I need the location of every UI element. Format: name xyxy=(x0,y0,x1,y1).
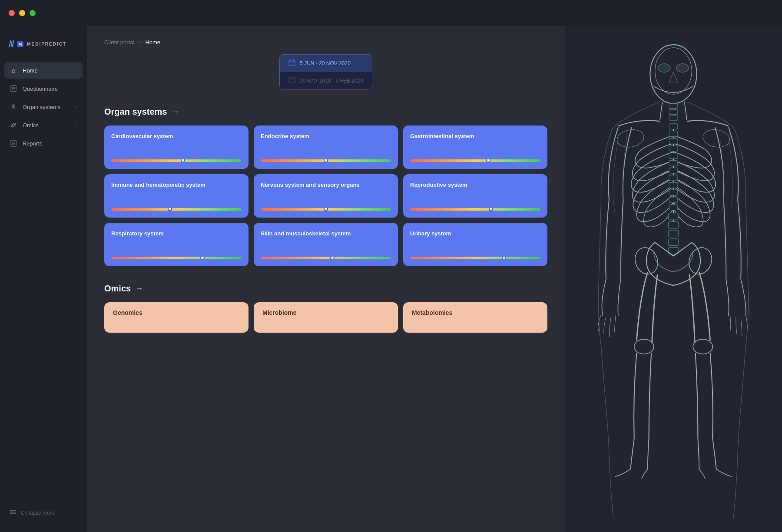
date-range-inactive[interactable]: 29 MAY 2018 - 5 FEB 2020 xyxy=(280,72,372,89)
progress-endocrine xyxy=(261,159,391,162)
svg-point-4 xyxy=(13,104,14,106)
organ-card-reproductive[interactable]: Reproductive system xyxy=(403,174,547,218)
progress-respiratory xyxy=(111,257,242,259)
omics-card-title-genomics: Genomics xyxy=(113,309,142,316)
home-icon: ⌂ xyxy=(10,66,17,74)
svg-rect-38 xyxy=(669,138,678,144)
svg-rect-49 xyxy=(669,221,679,228)
omics-label: Omics xyxy=(104,284,131,294)
organ-card-skin[interactable]: Skin and musculoskeletal system xyxy=(254,223,398,266)
calendar-icon-inactive xyxy=(288,76,295,85)
sidebar-item-label-reports: Reports xyxy=(23,140,43,147)
breadcrumb-client-portal[interactable]: Client portal xyxy=(104,39,134,46)
svg-rect-51 xyxy=(669,238,679,245)
omics-card-microbiome[interactable]: Microbiome xyxy=(254,302,398,333)
progress-cardiovascular xyxy=(111,159,242,162)
progress-urinary xyxy=(410,257,540,259)
date-range-active[interactable]: 5 JUN - 20 NOV 2020 xyxy=(280,55,372,72)
svg-rect-30 xyxy=(669,103,678,108)
organ-card-title-respiratory: Respiratory system xyxy=(111,230,242,238)
omics-arrow[interactable]: → xyxy=(135,284,143,293)
sidebar-item-label-omics: Omics xyxy=(23,122,39,129)
organ-card-title-cardiovascular: Cardiovascular system xyxy=(111,132,242,140)
organ-card-title-gastrointestinal: Gastrointestinal system xyxy=(410,132,540,140)
omics-grid: Genomics Microbiome Metabolomics xyxy=(104,302,547,333)
logo-text: MEDIPREDICT xyxy=(27,42,66,46)
svg-rect-16 xyxy=(10,512,16,512)
svg-rect-40 xyxy=(669,153,678,159)
breadcrumb-current: Home xyxy=(145,39,160,46)
logo-box: M xyxy=(17,41,24,47)
main-content: Client portal → Home 5 JUN - 20 NOV 20 xyxy=(87,26,565,532)
organ-card-immune[interactable]: Immune and hematopoietic system xyxy=(104,174,249,218)
date-range-active-label: 5 JUN - 20 NOV 2020 xyxy=(300,60,351,66)
organ-systems-icon xyxy=(10,103,17,111)
sidebar-item-questionnaire[interactable]: Questionnaire xyxy=(4,80,83,97)
organ-systems-arrow[interactable]: → xyxy=(172,107,179,116)
organ-card-endocrine[interactable]: Endocrine system xyxy=(254,126,398,169)
chevron-icon-organ-systems: ‹ xyxy=(76,105,77,109)
nav-items: ⌂ Home Questionnaire xyxy=(0,62,87,502)
sidebar-item-omics[interactable]: Omics ‹ xyxy=(4,117,83,133)
svg-point-56 xyxy=(693,339,712,354)
titlebar xyxy=(0,0,782,26)
svg-rect-44 xyxy=(669,182,678,188)
organ-systems-section-title: Organ systems → xyxy=(104,107,547,117)
svg-rect-45 xyxy=(669,190,678,195)
svg-rect-36 xyxy=(669,123,678,129)
sidebar-item-reports[interactable]: Reports xyxy=(4,135,83,152)
body-xray-image xyxy=(582,40,765,518)
progress-immune xyxy=(111,208,242,211)
app-layout: /\/ M MEDIPREDICT ⌂ Home Questionnaire xyxy=(0,26,782,532)
svg-point-29 xyxy=(676,63,689,72)
progress-gastrointestinal xyxy=(410,159,540,162)
organ-card-respiratory[interactable]: Respiratory system xyxy=(104,223,249,266)
body-panel xyxy=(565,26,782,532)
svg-rect-43 xyxy=(669,175,678,181)
minimize-button[interactable] xyxy=(19,10,25,16)
collapse-menu-button[interactable]: Collapse menu xyxy=(0,502,87,523)
collapse-menu-label: Collapse menu xyxy=(21,510,56,516)
breadcrumb-arrow: → xyxy=(137,39,142,46)
organ-card-title-immune: Immune and hematopoietic system xyxy=(111,181,242,189)
svg-rect-32 xyxy=(669,116,678,120)
logo-area: /\/ M MEDIPREDICT xyxy=(0,35,87,62)
progress-reproductive xyxy=(410,208,540,211)
svg-rect-48 xyxy=(669,213,679,220)
omics-card-genomics[interactable]: Genomics xyxy=(104,302,249,333)
progress-skin xyxy=(261,257,391,259)
organ-systems-grid: Cardiovascular system Endocrine system xyxy=(104,126,547,266)
sidebar-item-home[interactable]: ⌂ Home xyxy=(4,62,83,79)
svg-rect-15 xyxy=(10,510,16,511)
close-button[interactable] xyxy=(9,10,15,16)
svg-rect-18 xyxy=(289,60,295,66)
date-range-container: 5 JUN - 20 NOV 2020 29 MAY 2018 - 5 FEB … xyxy=(104,54,547,89)
logo-symbol: /\/ xyxy=(9,39,13,49)
svg-rect-42 xyxy=(669,168,678,173)
svg-rect-41 xyxy=(669,160,678,166)
svg-point-55 xyxy=(634,339,654,354)
svg-rect-47 xyxy=(669,204,678,210)
organ-card-gastrointestinal[interactable]: Gastrointestinal system xyxy=(403,126,547,169)
organ-card-title-endocrine: Endocrine system xyxy=(261,132,391,140)
svg-point-26 xyxy=(650,44,696,103)
omics-icon xyxy=(10,121,17,129)
svg-point-28 xyxy=(658,63,670,72)
omics-card-title-microbiome: Microbiome xyxy=(262,309,297,316)
omics-section-title: Omics → xyxy=(104,284,547,294)
chevron-icon-omics: ‹ xyxy=(76,123,77,128)
organ-card-cardiovascular[interactable]: Cardiovascular system xyxy=(104,126,249,169)
organ-card-nervous[interactable]: Nervous system and sensory organs xyxy=(254,174,398,218)
date-range-box: 5 JUN - 20 NOV 2020 29 MAY 2018 - 5 FEB … xyxy=(279,54,372,89)
date-range-inactive-label: 29 MAY 2018 - 5 FEB 2020 xyxy=(300,78,363,84)
svg-rect-31 xyxy=(669,109,678,114)
sidebar-item-organ-systems[interactable]: Organ systems ‹ xyxy=(4,99,83,115)
svg-point-10 xyxy=(11,122,17,128)
organ-card-title-urinary: Urinary system xyxy=(410,230,540,238)
maximize-button[interactable] xyxy=(30,10,36,16)
sidebar-item-label-questionnaire: Questionnaire xyxy=(23,86,58,92)
breadcrumb: Client portal → Home xyxy=(104,39,547,46)
omics-card-metabolomics[interactable]: Metabolomics xyxy=(403,302,547,333)
organ-card-urinary[interactable]: Urinary system xyxy=(403,223,547,266)
reports-icon xyxy=(10,139,17,147)
